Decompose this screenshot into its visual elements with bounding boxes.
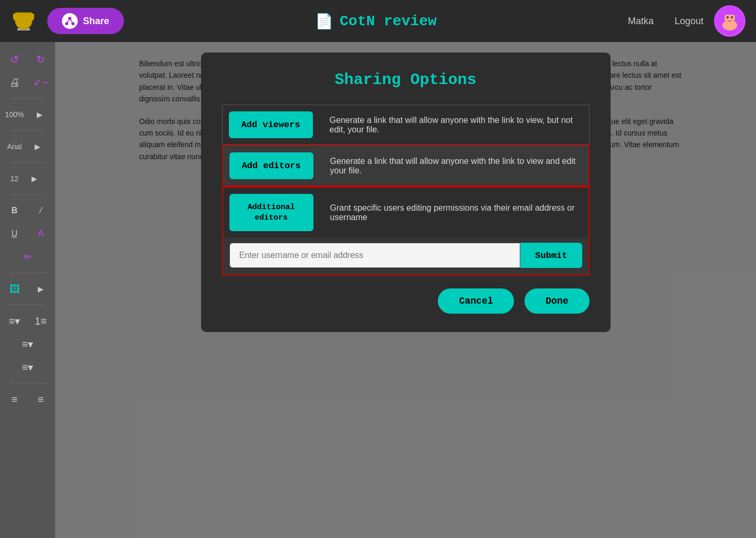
add-editors-button[interactable]: Add editors [229, 152, 313, 179]
font-label[interactable]: Arial [7, 142, 22, 151]
cancel-button[interactable]: Cancel [438, 288, 514, 314]
app-title-text: CotN review [340, 13, 437, 29]
bold-italic-row: B / [4, 201, 51, 220]
email-input[interactable] [229, 243, 521, 268]
align-row: ≡ ≡ [4, 390, 51, 409]
done-button[interactable]: Done [524, 288, 589, 314]
redo-icon[interactable]: ↻ [30, 50, 51, 69]
list-row2: ≡▾ [17, 335, 38, 354]
sharing-dialog: Sharing Options Add viewers Generate a l… [201, 53, 611, 332]
svg-line-6 [70, 18, 73, 24]
dialog-title: Sharing Options [222, 71, 590, 89]
add-viewers-option: Add viewers Generate a link that will al… [222, 105, 590, 145]
link-row: ✏ [17, 247, 38, 266]
link-icon[interactable]: ✏ [17, 247, 38, 266]
zoom-row: 100% ▶ [5, 105, 50, 124]
email-row: Submit [223, 237, 589, 274]
additional-editors-button[interactable]: Additional editors [229, 194, 313, 231]
add-viewers-desc: Generate a link that will allow anyone w… [319, 107, 589, 143]
divider2 [10, 130, 46, 131]
spellcheck-icon[interactable]: ✓~ [30, 73, 51, 92]
image-arrow-icon[interactable]: ▶ [30, 280, 51, 298]
numbered-list-icon[interactable]: 1≡ [30, 312, 51, 330]
divider5 [10, 273, 46, 273]
zoom-arrow-icon[interactable]: ▶ [29, 105, 50, 124]
share-button[interactable]: Share [47, 8, 124, 34]
font-arrow-icon[interactable]: ▶ [27, 137, 48, 156]
content-area: Bibendum est ultricies integer quis auct… [55, 42, 756, 538]
avatar [714, 5, 746, 37]
dialog-footer: Cancel Done [222, 288, 590, 314]
matka-link[interactable]: Matka [628, 16, 654, 27]
add-viewers-button[interactable]: Add viewers [229, 111, 313, 138]
add-editors-desc: Generate a link that will allow anyone w… [320, 148, 589, 184]
list-row1: ≡▾ 1≡ [4, 312, 51, 330]
divider3 [10, 162, 46, 163]
font-row: Arial ▶ [7, 137, 48, 156]
doc-icon: 📄 [315, 13, 333, 30]
trophy-icon [10, 8, 37, 34]
additional-editors-section: Additional editors Grant specific users … [222, 187, 590, 275]
print-icon[interactable]: 🖨 [4, 73, 25, 92]
underline-color-row: U A [4, 224, 51, 243]
size-arrow-icon[interactable]: ▶ [24, 169, 45, 188]
divider7 [10, 383, 46, 384]
share-label: Share [83, 16, 109, 27]
top-nav: Share 📄 CotN review Matka Logout [0, 0, 756, 42]
undo-icon[interactable]: ↺ [4, 50, 25, 69]
divider6 [10, 305, 46, 305]
align-left-icon[interactable]: ≡ [4, 390, 25, 409]
share-icon [62, 13, 78, 29]
undo-redo-row: ↺ ↻ [4, 50, 51, 69]
dialog-options: Add viewers Generate a link that will al… [222, 105, 590, 275]
svg-point-11 [731, 16, 733, 18]
add-editors-option: Add editors Generate a link that will al… [222, 145, 590, 187]
modal-overlay: Sharing Options Add viewers Generate a l… [55, 42, 756, 538]
nav-links: Matka Logout [628, 16, 704, 27]
indent-list-icon[interactable]: ≡▾ [17, 335, 38, 354]
align-right-icon[interactable]: ≡ [30, 390, 51, 409]
zoom-label[interactable]: 100% [5, 110, 24, 119]
size-row: 12 ▶ [10, 169, 45, 188]
image-icon[interactable]: 🖼 [4, 280, 25, 298]
italic-icon[interactable]: / [30, 201, 51, 220]
main-layout: ↺ ↻ 🖨 ✓~ 100% ▶ Arial ▶ 12 ▶ B / U A [0, 42, 756, 538]
logout-link[interactable]: Logout [675, 16, 704, 27]
additional-editors-desc: Grant specific users editing permissions… [320, 195, 589, 231]
sidebar: ↺ ↻ 🖨 ✓~ 100% ▶ Arial ▶ 12 ▶ B / U A [0, 42, 55, 538]
svg-line-5 [67, 18, 70, 24]
divider4 [10, 194, 46, 195]
font-color-icon[interactable]: A [30, 224, 51, 243]
size-label[interactable]: 12 [10, 174, 19, 183]
additional-editors-row: Additional editors Grant specific users … [223, 188, 589, 237]
bold-icon[interactable]: B [4, 201, 25, 220]
app-title-area: 📄 CotN review [134, 13, 617, 30]
bullet-list-icon[interactable]: ≡▾ [4, 312, 25, 330]
svg-point-10 [727, 16, 729, 18]
image-list-row: 🖼 ▶ [4, 280, 51, 298]
list-row3: ≡▾ [17, 358, 38, 377]
underline-icon[interactable]: U [4, 224, 25, 243]
divider1 [10, 98, 46, 99]
sub-list-icon[interactable]: ≡▾ [17, 358, 38, 377]
format-row1: 🖨 ✓~ [4, 73, 51, 92]
submit-button[interactable]: Submit [520, 243, 582, 268]
